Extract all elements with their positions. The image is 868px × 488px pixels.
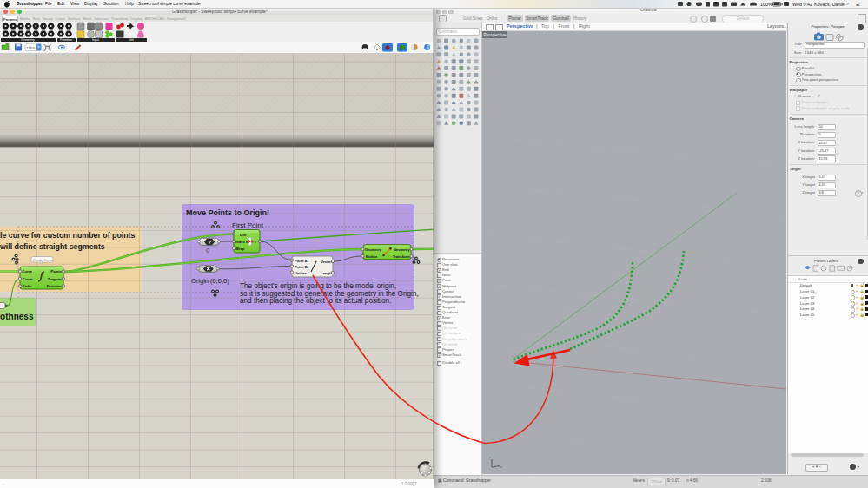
svg-text:Points: Points	[50, 269, 62, 274]
svg-text:i: i	[255, 240, 256, 244]
svg-text:Unitize: Unitize	[295, 271, 307, 275]
svg-text:Wrap: Wrap	[235, 247, 245, 251]
svg-text:Curve: Curve	[23, 269, 33, 274]
svg-text:Vector: Vector	[321, 260, 332, 264]
svg-text:Motion: Motion	[366, 254, 378, 259]
svg-text:Index N: Index N	[235, 240, 248, 244]
svg-text:Count: Count	[23, 277, 33, 281]
svg-text:Geometry: Geometry	[365, 247, 381, 252]
svg-text:?: ?	[849, 267, 851, 271]
svg-text:Point A: Point A	[295, 259, 308, 263]
svg-text:(): ()	[206, 247, 209, 253]
svg-text:Kinks: Kinks	[23, 284, 33, 288]
svg-text:116%: 116%	[27, 46, 36, 50]
svg-text:z: z	[489, 455, 491, 459]
svg-text:x: x	[500, 465, 503, 469]
svg-text:Point B: Point B	[295, 265, 308, 269]
svg-text:Tangents: Tangents	[48, 278, 62, 281]
svg-text:List: List	[240, 233, 247, 237]
svg-text:Divide Curve: Divide Curve	[33, 258, 54, 262]
svg-text:Transform: Transform	[393, 254, 410, 259]
svg-text:Parameters: Parameters	[47, 285, 63, 288]
svg-text:Geometry: Geometry	[394, 247, 410, 252]
svg-text:?: ?	[208, 240, 211, 245]
